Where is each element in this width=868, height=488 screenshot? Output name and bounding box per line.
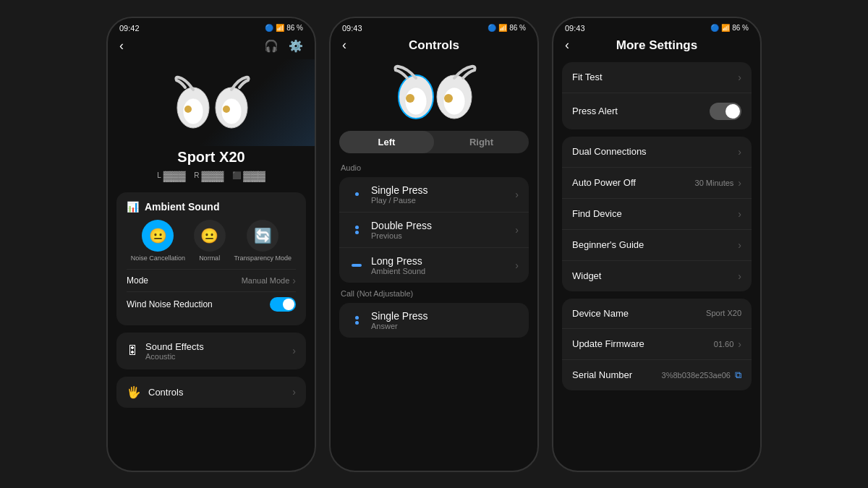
time-1: 09:42: [119, 24, 140, 33]
battery-right: R ▓▓▓: [194, 170, 224, 181]
fit-test-item[interactable]: Fit Test ›: [562, 62, 752, 93]
controls-icon: 🖐: [127, 385, 141, 399]
auto-power-chevron-icon: ›: [738, 177, 741, 189]
double-press-chevron-icon: ›: [515, 224, 519, 236]
copy-icon[interactable]: ⧉: [735, 369, 741, 381]
double-press-item[interactable]: Double Press Previous ›: [339, 213, 529, 248]
sound-effects-chevron-icon: ›: [292, 345, 296, 356]
back-button-1[interactable]: ‹: [119, 38, 124, 53]
status-icons-2: 🔵 📶 86 %: [488, 24, 526, 32]
long-press-text: Long Press Ambient Sound: [371, 255, 515, 275]
dot-icon: [355, 192, 359, 196]
beginners-guide-right: ›: [738, 239, 741, 251]
phone-1: 09:42 🔵 📶 86 % ‹ 🎧 ⚙️: [106, 17, 316, 472]
header-icons-1: 🎧 ⚙️: [264, 39, 303, 53]
earbuds-hero-2: [331, 59, 537, 131]
ambient-sound-header: 📊 Ambient Sound: [127, 201, 296, 213]
status-icons-1: 🔵 📶 86 %: [265, 24, 303, 32]
fit-test-chevron-icon: ›: [738, 72, 741, 83]
mode-chevron-icon: ›: [292, 275, 296, 286]
normal-option[interactable]: 😐 Normal: [194, 220, 226, 262]
single-press-text: Single Press Play / Pause: [371, 184, 515, 205]
sound-effects-item[interactable]: 🎛 Sound Effects Acoustic ›: [116, 333, 306, 369]
single-press-chevron-icon: ›: [515, 189, 519, 200]
screen-3: ‹ More Settings Fit Test › Press Alert D…: [553, 35, 760, 471]
device-name-1: Sport X20: [108, 146, 315, 170]
more-settings-title: More Settings: [616, 38, 697, 53]
single-press-indicator: [349, 192, 364, 196]
dual-connections-right: ›: [738, 146, 741, 158]
beginners-guide-chevron-icon: ›: [738, 239, 741, 251]
transparency-option[interactable]: 🔄 Transparency Mode: [234, 220, 292, 262]
status-icons-3: 🔵 📶 86 %: [710, 24, 749, 32]
noise-cancellation-circle: 😐: [142, 220, 174, 252]
long-press-item[interactable]: Long Press Ambient Sound ›: [339, 248, 529, 283]
call-controls-card: Single Press Answer: [339, 303, 529, 338]
beginners-guide-item[interactable]: Beginner's Guide ›: [562, 230, 752, 261]
lr-toggle: Left Right: [339, 131, 529, 153]
right-tab[interactable]: Right: [434, 131, 529, 153]
dot-icon: [355, 231, 359, 234]
update-firmware-item[interactable]: Update Firmware 01.60 ›: [562, 329, 752, 360]
phone2-header: ‹ Controls: [331, 35, 537, 59]
press-alert-toggle[interactable]: [710, 103, 741, 120]
dual-connections-item[interactable]: Dual Connections ›: [562, 137, 752, 168]
svg-point-5: [223, 106, 230, 113]
back-button-2[interactable]: ‹: [342, 38, 346, 53]
long-press-indicator: [349, 264, 364, 267]
svg-point-2: [184, 106, 192, 113]
earbuds-controls-image: [380, 62, 488, 127]
dot-icon: [355, 226, 359, 229]
noise-cancellation-option[interactable]: 😐 Noise Cancellation: [131, 220, 185, 262]
time-2: 09:43: [342, 24, 362, 33]
wind-row: Wind Noise Reduction: [127, 291, 296, 317]
controls-text: Controls: [148, 387, 183, 398]
back-button-3[interactable]: ‹: [565, 38, 569, 53]
settings-icon[interactable]: ⚙️: [289, 39, 303, 53]
sound-effects-card: 🎛 Sound Effects Acoustic ›: [116, 333, 306, 369]
screen-1: ‹ 🎧 ⚙️ Sport X20: [108, 35, 315, 471]
left-tab[interactable]: Left: [339, 131, 434, 153]
transparency-circle: 🔄: [247, 220, 278, 252]
dual-connections-chevron-icon: ›: [738, 146, 741, 158]
wind-toggle[interactable]: [270, 297, 296, 312]
sound-effects-left: 🎛 Sound Effects Acoustic: [127, 341, 204, 361]
settings-section-2: Dual Connections › Auto Power Off 30 Min…: [562, 137, 752, 291]
controls-left: 🖐 Controls: [127, 385, 183, 399]
single-press-item[interactable]: Single Press Play / Pause ›: [339, 177, 529, 213]
widget-item[interactable]: Widget ›: [562, 261, 752, 291]
mode-value: Manual Mode ›: [242, 275, 296, 286]
battery-left: L ▓▓▓: [157, 170, 185, 181]
status-bar-3: 09:43 🔵 📶 86 %: [553, 18, 760, 35]
auto-power-off-item[interactable]: Auto Power Off 30 Minutes ›: [562, 168, 752, 199]
controls-title: Controls: [409, 38, 459, 53]
dot-icon: [355, 321, 359, 325]
phone-2: 09:43 🔵 📶 86 % ‹ Controls: [329, 17, 539, 472]
controls-chevron-icon: ›: [292, 386, 296, 398]
widget-right: ›: [738, 270, 741, 282]
mode-options: 😐 Noise Cancellation 😐 Normal 🔄 Transpar…: [127, 220, 296, 262]
audio-controls-card: Single Press Play / Pause › Double Press…: [339, 177, 529, 283]
svg-point-11: [444, 94, 453, 103]
mode-row[interactable]: Mode Manual Mode ›: [127, 269, 296, 291]
phone3-header: ‹ More Settings: [553, 35, 760, 59]
screen-2: ‹ Controls Left Right Audio: [331, 35, 537, 471]
device-name-right: Sport X20: [706, 309, 741, 317]
double-press-indicator: [349, 226, 364, 234]
serial-number-item: Serial Number 3%8b038e253ae06 ⧉: [562, 360, 752, 390]
ambient-sound-card: 📊 Ambient Sound 😐 Noise Cancellation 😐 N…: [116, 192, 306, 325]
headphones-icon[interactable]: 🎧: [264, 39, 278, 53]
find-device-item[interactable]: Find Device ›: [562, 199, 752, 230]
equalizer-icon: 🎛: [127, 344, 138, 357]
find-device-right: ›: [738, 208, 741, 220]
ambient-icon: 📊: [127, 201, 139, 213]
call-double-indicator: [349, 316, 364, 325]
battery-row-1: L ▓▓▓ R ▓▓▓ ⬛ ▓▓▓: [108, 170, 315, 189]
time-3: 09:43: [565, 24, 585, 33]
controls-item[interactable]: 🖐 Controls ›: [116, 377, 306, 408]
double-press-text: Double Press Previous: [371, 220, 515, 240]
normal-circle: 😐: [194, 220, 226, 252]
call-single-press-text: Single Press Answer: [371, 310, 519, 330]
press-alert-item: Press Alert: [562, 93, 752, 129]
long-press-chevron-icon: ›: [515, 260, 519, 271]
